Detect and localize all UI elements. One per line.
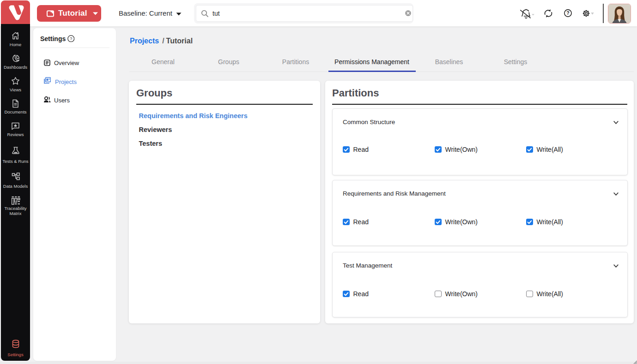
svg-text:?: ? — [566, 10, 569, 16]
svg-text:?: ? — [70, 36, 72, 41]
